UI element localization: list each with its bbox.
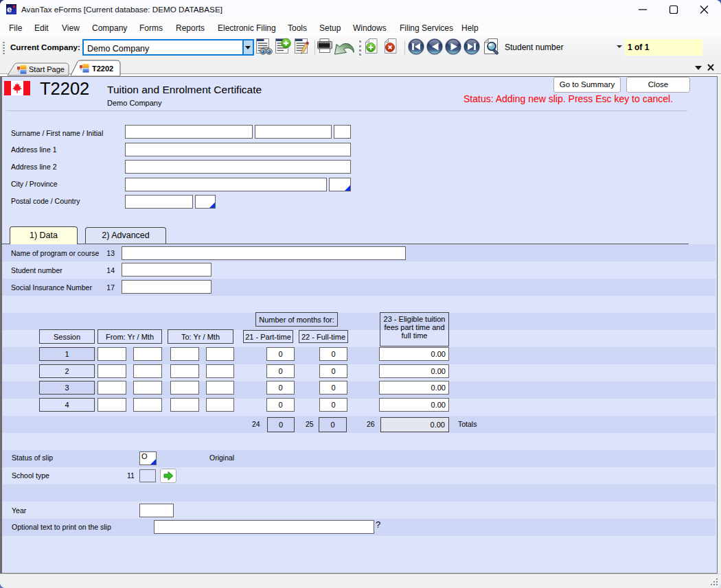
svg-text:Start Page: Start Page (29, 65, 65, 73)
svg-text:T2202: T2202 (92, 64, 113, 73)
svg-text:e: e (7, 4, 12, 14)
